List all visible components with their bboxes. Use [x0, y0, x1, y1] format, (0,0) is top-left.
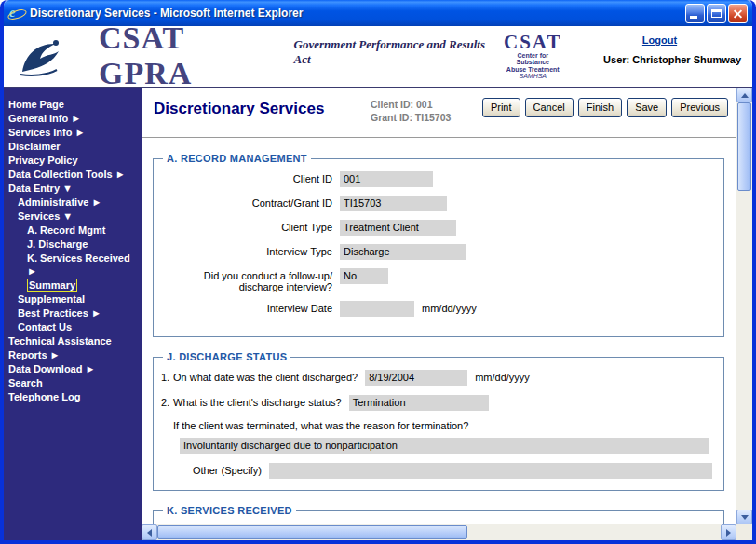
close-button[interactable] [728, 4, 748, 23]
header-banner: CSAT GPRA Government Performance and Res… [4, 26, 752, 88]
client-type-field[interactable]: Treatment Client [340, 220, 456, 236]
discharge-date-field[interactable]: 8/19/2004 [365, 370, 467, 386]
sidebar-item-services-info[interactable]: Services Info ► [4, 126, 142, 140]
sidebar-item-contact-us[interactable]: Contact Us [4, 320, 142, 334]
client-id-field[interactable]: 001 [340, 171, 433, 187]
record-management-section: A. RECORD MANAGEMENT Client ID 001 Contr… [153, 153, 724, 337]
sidebar-item-data-download[interactable]: Data Download ► [4, 362, 142, 376]
csat-org-name: CSAT [501, 32, 565, 52]
sidebar-item-reports[interactable]: Reports ► [4, 348, 142, 362]
sidebar-item-privacy-policy[interactable]: Privacy Policy [4, 154, 142, 168]
other-specify-label: Other (Specify) [193, 463, 269, 479]
save-button[interactable]: Save [627, 98, 667, 117]
print-button[interactable]: Print [482, 98, 520, 117]
sidebar-item-services[interactable]: Services ▼ [4, 210, 142, 224]
form-area: A. RECORD MANAGEMENT Client ID 001 Contr… [142, 138, 736, 524]
q2-number: 2. [161, 395, 173, 408]
record-management-legend: A. RECORD MANAGEMENT [163, 153, 311, 164]
up-arrow-icon [741, 93, 749, 98]
left-arrow-icon [147, 529, 152, 537]
scroll-up-button[interactable] [736, 88, 752, 102]
csat-gpra-logo: CSAT GPRA [99, 20, 283, 91]
scroll-right-button[interactable] [721, 524, 736, 540]
horizontal-scrollbar[interactable] [142, 524, 736, 540]
page-header: Discretionary Services Client ID: 001 Gr… [142, 88, 736, 138]
hhs-logo-icon [13, 31, 63, 81]
sidebar-item-search[interactable]: Search [4, 376, 142, 390]
sidebar-item-data-collection-tools[interactable]: Data Collection Tools ► [4, 168, 142, 182]
q1-label: On what date was the client discharged? [173, 370, 365, 383]
window-title: Discretionary Services - Microsoft Inter… [30, 7, 685, 20]
gpra-tagline: Government Performance and Results Act [294, 37, 501, 67]
scroll-left-button[interactable] [142, 524, 157, 540]
sidebar-item-best-practices[interactable]: Best Practices ► [4, 306, 142, 320]
vertical-scroll-thumb[interactable] [737, 102, 751, 191]
page-title: Discretionary Services [154, 100, 324, 118]
csat-org-subtitle: Center for Substance [501, 52, 565, 66]
sidebar-item-record-mgmt[interactable]: A. Record Mgmt [4, 224, 142, 238]
other-specify-field[interactable] [269, 463, 712, 479]
interview-type-field-label: Interview Type [161, 244, 340, 257]
finish-button[interactable]: Finish [578, 98, 622, 117]
client-grant-ids: Client ID: 001 Grant ID: TI15703 [371, 98, 451, 124]
browser-window: e Discretionary Services - Microsoft Int… [0, 0, 756, 544]
sidebar-item-technical-assistance[interactable]: Technical Assistance [4, 334, 142, 348]
sidebar-item-telephone-log[interactable]: Telephone Log [4, 390, 142, 404]
sidebar-nav: Home Page General Info ► Services Info ►… [4, 88, 142, 540]
client-id-label: Client ID: 001 [371, 98, 451, 111]
grant-id-label: Grant ID: TI15703 [371, 111, 451, 124]
discharge-status-section: J. DISCHARGE STATUS 1. On what date was … [153, 351, 724, 491]
sidebar-item-general-info[interactable]: General Info ► [4, 112, 142, 126]
sidebar-item-disclaimer[interactable]: Disclaimer [4, 140, 142, 154]
date-format-hint: mm/dd/yyyy [422, 301, 477, 314]
sidebar-item-home-page[interactable]: Home Page [4, 98, 142, 112]
scrollbar-corner [736, 524, 752, 540]
q1-number: 1. [161, 370, 173, 383]
q2-label: What is the client's discharge status? [173, 395, 349, 408]
internet-explorer-icon: e [9, 6, 25, 20]
sidebar-item-discharge[interactable]: J. Discharge [4, 238, 142, 252]
interview-date-field[interactable] [340, 301, 414, 317]
sidebar-item-supplemental[interactable]: Supplemental [4, 292, 142, 306]
sidebar-item-administrative[interactable]: Administrative ► [4, 196, 142, 210]
discharge-status-legend: J. DISCHARGE STATUS [163, 351, 290, 362]
termination-reason-field[interactable]: Involuntarily discharged due to nonparti… [180, 438, 709, 454]
maximize-button[interactable] [707, 4, 726, 23]
client-id-field-label: Client ID [161, 171, 340, 184]
interview-type-field[interactable]: Discharge [340, 244, 466, 260]
previous-button[interactable]: Previous [671, 98, 728, 117]
termination-reason-label: If the client was terminated, what was t… [173, 420, 716, 431]
user-name: User: Christopher Shumway [578, 54, 741, 65]
interview-date-field-label: Interview Date [161, 301, 340, 314]
maximize-icon [711, 9, 722, 18]
down-arrow-icon [741, 515, 749, 520]
sidebar-item-summary[interactable]: Summary [4, 279, 142, 292]
logout-link[interactable]: Logout [578, 34, 741, 46]
followup-field[interactable]: No [340, 268, 388, 284]
cancel-button[interactable]: Cancel [525, 98, 574, 117]
services-received-section: K. SERVICES RECEIVED [153, 505, 724, 524]
csat-org-logo: CSAT Center for Substance Abuse Treatmen… [501, 32, 578, 79]
client-type-field-label: Client Type [161, 220, 340, 233]
samhsa-label: SAMHSA [501, 73, 565, 79]
vertical-scrollbar[interactable] [736, 88, 752, 524]
horizontal-scroll-thumb[interactable] [157, 525, 467, 539]
followup-field-label: Did you conduct a follow-up/ discharge i… [161, 268, 340, 292]
contract-grant-id-field[interactable]: TI15703 [340, 196, 447, 211]
scroll-down-button[interactable] [736, 510, 752, 524]
sidebar-item-data-entry[interactable]: Data Entry ▼ [4, 182, 142, 196]
discharge-status-field[interactable]: Termination [349, 395, 489, 411]
minimize-icon [690, 16, 697, 19]
minimize-button[interactable] [685, 4, 705, 23]
right-arrow-icon [726, 529, 731, 537]
contract-grant-id-field-label: Contract/Grant ID [161, 196, 340, 209]
sidebar-item-services-received[interactable]: K. Services Received ► [4, 252, 142, 279]
q1-date-format-hint: mm/dd/yyyy [475, 370, 530, 383]
services-received-legend: K. SERVICES RECEIVED [163, 505, 296, 516]
